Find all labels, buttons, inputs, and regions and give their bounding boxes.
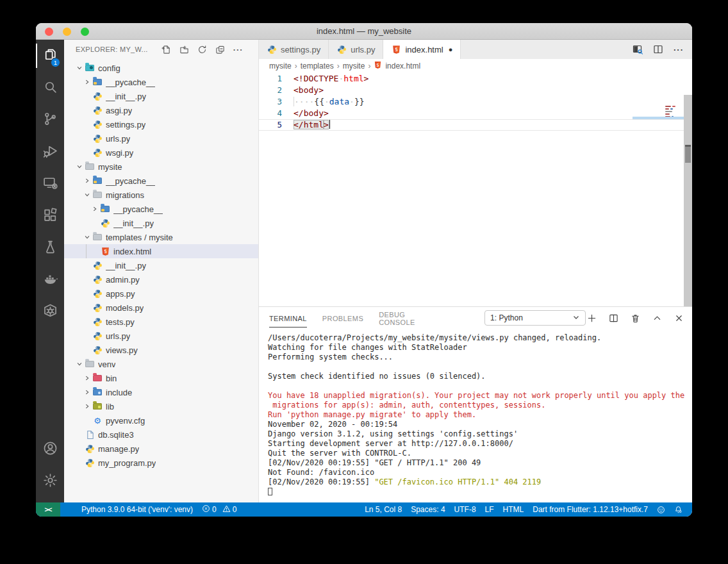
tree-item-db-sqlite3[interactable]: db.sqlite3: [64, 427, 258, 442]
chevron-down-icon[interactable]: [82, 190, 92, 200]
tree-item-venv[interactable]: venv: [64, 357, 258, 371]
chevron-down-icon[interactable]: [82, 232, 92, 242]
modified-dot-icon[interactable]: ●: [449, 46, 453, 53]
notifications-bell-icon[interactable]: [670, 502, 687, 517]
activity-bar-item-settings[interactable]: [36, 465, 64, 497]
chevron-right-icon[interactable]: [90, 204, 100, 214]
tree-item--init-py[interactable]: __init__.py: [64, 258, 258, 272]
collapse-all-button[interactable]: [215, 44, 226, 55]
tab-urls-py[interactable]: urls.py: [329, 40, 383, 59]
panel-tab-terminal[interactable]: TERMINAL: [269, 309, 307, 328]
tab-index-html[interactable]: 5index.html●: [383, 40, 461, 59]
tree-item-bin[interactable]: bin: [64, 371, 258, 385]
tree-item-pyvenv-cfg[interactable]: ⚙pyvenv.cfg: [64, 413, 258, 427]
breadcrumb-item[interactable]: mysite: [269, 62, 292, 70]
python-interpreter-indicator[interactable]: Python 3.9.0 64-bit ('venv': venv): [77, 502, 197, 517]
code-line-3[interactable]: 3····{{·data·}}: [259, 96, 692, 108]
tree-item--pycache-[interactable]: __pycache__: [64, 75, 258, 89]
tree-item-settings-py[interactable]: settings.py: [64, 117, 258, 131]
tree-item-index-html[interactable]: 5index.html: [64, 244, 258, 258]
tree-item--pycache-[interactable]: __pycache__: [64, 202, 258, 216]
tree-item-urls-py[interactable]: urls.py: [64, 131, 258, 145]
editor-scrollbar-thumb[interactable]: [685, 145, 691, 163]
more-actions-button[interactable]: ···: [233, 44, 244, 55]
kill-terminal-button[interactable]: [629, 312, 641, 324]
tree-item-manage-py[interactable]: manage.py: [64, 442, 258, 456]
panel-tab-debug-console[interactable]: DEBUG CONSOLE: [379, 305, 443, 331]
tree-item-lib[interactable]: lib: [64, 399, 258, 413]
tree-item-migrations[interactable]: migrations: [64, 188, 258, 202]
title-bar[interactable]: index.html — my_website: [36, 23, 692, 40]
more-actions-button[interactable]: ···: [673, 44, 684, 55]
terminal-selector-dropdown[interactable]: 1: Python: [484, 310, 586, 326]
new-folder-button[interactable]: [179, 44, 190, 55]
breadcrumb-item[interactable]: index.html: [385, 62, 420, 70]
activity-bar-item-docker[interactable]: [36, 264, 64, 296]
close-panel-button[interactable]: [673, 312, 684, 324]
maximize-panel-button[interactable]: [651, 312, 663, 324]
chevron-right-icon[interactable]: [82, 373, 92, 383]
remote-indicator[interactable]: ><: [36, 502, 60, 517]
tree-item-wsgi-py[interactable]: wsgi.py: [64, 145, 258, 160]
chevron-right-icon[interactable]: [82, 176, 92, 186]
language-mode[interactable]: HTML: [499, 502, 529, 517]
breadcrumb[interactable]: mysite›templates›mysite›5index.html: [259, 59, 692, 73]
activity-bar-item-kubernetes[interactable]: [36, 296, 64, 328]
editor-group: settings.pyurls.py5index.html● ··· mysit…: [259, 40, 692, 502]
open-preview-button[interactable]: [632, 44, 643, 55]
chevron-down-icon[interactable]: [74, 359, 85, 369]
tree-item--pycache-[interactable]: __pycache__: [64, 174, 258, 188]
new-terminal-button[interactable]: [586, 312, 597, 324]
tree-item-apps-py[interactable]: apps.py: [64, 286, 258, 301]
problems-indicator[interactable]: 0 0: [197, 502, 241, 517]
tab-settings-py[interactable]: settings.py: [259, 40, 329, 59]
chevron-down-icon[interactable]: [74, 63, 85, 73]
activity-bar-item-explorer[interactable]: 1: [36, 40, 64, 72]
activity-bar-item-search[interactable]: [36, 72, 64, 104]
activity-bar-item-account[interactable]: [36, 433, 64, 465]
split-editor-button[interactable]: [652, 44, 664, 55]
tree-item--init-py[interactable]: __init__.py: [64, 216, 258, 230]
panel-tab-problems[interactable]: PROBLEMS: [322, 309, 363, 327]
split-terminal-button[interactable]: [608, 312, 619, 324]
code-line-2[interactable]: 2<body>: [259, 85, 692, 96]
breadcrumb-item[interactable]: mysite: [343, 62, 365, 70]
chevron-right-icon[interactable]: [82, 77, 92, 87]
encoding[interactable]: UTF-8: [450, 502, 481, 517]
code-line-1[interactable]: 1<!DOCTYPE·html>: [259, 73, 692, 85]
tree-item-asgi-py[interactable]: asgi.py: [64, 103, 258, 117]
vscode-window: index.html — my_website 1 EXPLORER: MY_W…: [36, 23, 692, 517]
tree-item-admin-py[interactable]: admin.py: [64, 272, 258, 286]
tree-item-tests-py[interactable]: tests.py: [64, 315, 258, 329]
tree-item-templates-mysite[interactable]: templates / mysite: [64, 230, 258, 244]
tree-item-urls-py[interactable]: urls.py: [64, 329, 258, 343]
cursor-position[interactable]: Ln 5, Col 8: [360, 502, 406, 517]
activity-bar-item-remote-explorer[interactable]: [36, 168, 64, 200]
activity-bar-item-testing[interactable]: [36, 232, 64, 264]
code-line-4[interactable]: 4</body>: [259, 108, 692, 119]
new-file-button[interactable]: [161, 44, 172, 55]
tree-item-views-py[interactable]: views.py: [64, 343, 258, 357]
activity-bar-item-source-control[interactable]: [36, 104, 64, 136]
code-editor[interactable]: 1<!DOCTYPE·html>2<body>3····{{·data·}}4<…: [259, 73, 692, 306]
tree-item-mysite[interactable]: mysite: [64, 160, 258, 174]
editor-scrollbar[interactable]: [684, 95, 692, 306]
dart-flutter-version[interactable]: Dart from Flutter: 1.12.13+hotfix.7: [528, 502, 652, 517]
refresh-button[interactable]: [197, 44, 208, 55]
breadcrumb-item[interactable]: templates: [301, 62, 334, 70]
tree-item-models-py[interactable]: models.py: [64, 301, 258, 315]
chevron-right-icon[interactable]: [82, 401, 92, 411]
terminal-output[interactable]: /Users/ducoterra/Projects/my_website/mys…: [259, 329, 692, 502]
code-line-5[interactable]: 5</html>: [259, 119, 692, 131]
tree-item--init-py[interactable]: __init__.py: [64, 89, 258, 103]
indent-setting[interactable]: Spaces: 4: [406, 502, 449, 517]
eol[interactable]: LF: [481, 502, 499, 517]
tree-item-include[interactable]: include: [64, 385, 258, 399]
activity-bar-item-run-debug[interactable]: [36, 136, 64, 168]
chevron-down-icon[interactable]: [74, 162, 85, 172]
tree-item-config[interactable]: config: [64, 61, 258, 75]
tree-item-my-program-py[interactable]: my_program.py: [64, 456, 258, 470]
feedback-icon[interactable]: [652, 502, 670, 517]
activity-bar-item-extensions[interactable]: [36, 200, 64, 232]
chevron-right-icon[interactable]: [82, 387, 92, 397]
